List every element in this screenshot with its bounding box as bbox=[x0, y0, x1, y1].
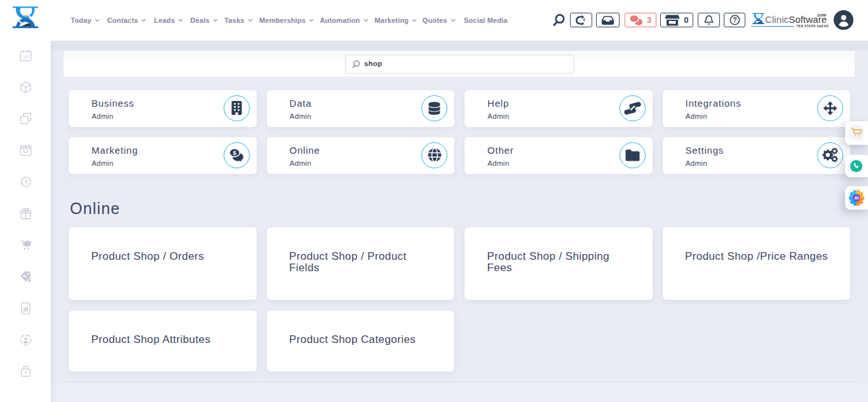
svg-text:AI: AI bbox=[854, 196, 858, 200]
svg-text:?: ? bbox=[733, 16, 736, 23]
svg-text:12: 12 bbox=[23, 53, 29, 59]
svg-text:$: $ bbox=[233, 149, 236, 156]
